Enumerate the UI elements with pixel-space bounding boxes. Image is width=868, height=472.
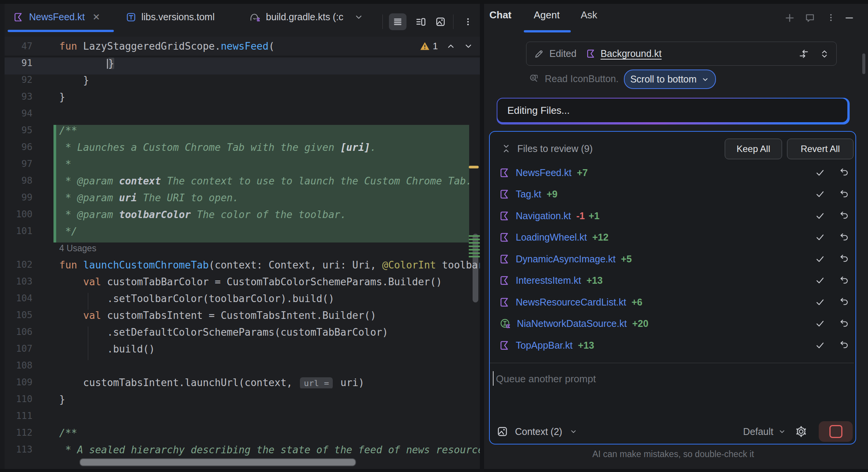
next-problem-icon[interactable] <box>464 42 473 51</box>
line-number[interactable]: 113 <box>5 444 32 455</box>
collapse-icon[interactable] <box>501 144 511 154</box>
file-link[interactable]: NiaNetworkDataSource.kt <box>517 318 627 329</box>
file-link[interactable]: InterestsItem.kt <box>516 275 581 286</box>
code-line[interactable]: 109 customTabsIntent.launchUrl(context, … <box>5 377 480 394</box>
code-line[interactable]: 102fun launchCustomChromeTab(context: Co… <box>5 259 480 276</box>
view-preview-button[interactable] <box>432 13 449 30</box>
tab-build-gradle-kts[interactable]: build.gradle.kts (:c <box>249 4 363 30</box>
tab-chat[interactable]: Chat <box>489 9 512 21</box>
line-number[interactable]: 97 <box>5 158 32 169</box>
line-number[interactable]: 100 <box>5 209 32 220</box>
code-line[interactable]: 110} <box>5 394 480 411</box>
code-line[interactable]: 95/** <box>5 125 480 142</box>
line-number[interactable]: 105 <box>5 310 32 320</box>
keep-all-button[interactable]: Keep All <box>725 139 782 159</box>
revert-file-button[interactable] <box>839 319 849 329</box>
line-number[interactable]: 99 <box>5 192 32 203</box>
keep-file-button[interactable] <box>815 319 825 328</box>
close-icon[interactable]: ✕ <box>92 12 100 23</box>
tab-libs-versions-toml[interactable]: libs.versions.toml <box>126 4 215 30</box>
line-number[interactable]: 104 <box>5 293 32 304</box>
line-number[interactable]: 98 <box>5 175 32 186</box>
code-line[interactable]: 93} <box>5 91 480 108</box>
keep-file-button[interactable] <box>815 276 825 285</box>
stop-button[interactable] <box>819 421 853 442</box>
code-line[interactable]: 108 <box>5 360 480 377</box>
line-number[interactable]: 94 <box>5 108 32 119</box>
line-number[interactable]: 112 <box>5 427 32 438</box>
view-list-button[interactable] <box>389 13 406 30</box>
revert-file-button[interactable] <box>839 189 849 199</box>
code-line[interactable]: 100 * @param toolbarColor The color of t… <box>5 209 480 226</box>
line-number[interactable]: 110 <box>5 394 32 404</box>
editor-options-kebab-icon[interactable] <box>459 13 477 30</box>
code-line[interactable]: 101 */ <box>5 226 480 242</box>
expand-collapse-icon[interactable] <box>819 49 829 59</box>
revert-file-button[interactable] <box>839 211 849 221</box>
editor-chat-splitter[interactable] <box>480 4 484 472</box>
attach-image-icon[interactable] <box>497 426 508 437</box>
code-line[interactable]: 104 .setToolbarColor(toolbarColor).build… <box>5 293 480 310</box>
code-line[interactable]: 107 .build() <box>5 343 480 360</box>
revert-all-button[interactable]: Revert All <box>787 139 853 159</box>
view-split-button[interactable] <box>412 13 429 30</box>
code-line[interactable]: 106 .setDefaultColorSchemeParams(customT… <box>5 327 480 343</box>
code-line[interactable]: 92 } <box>5 74 480 91</box>
code-line[interactable]: 105 val customTabsIntent = CustomTabsInt… <box>5 310 480 327</box>
line-number[interactable]: 106 <box>5 327 32 337</box>
chat-scrollbar[interactable] <box>862 53 865 74</box>
code-line[interactable]: 96 * Launches a Custom Chrome Tab with t… <box>5 142 480 158</box>
sticky-line[interactable]: 47 fun LazyStaggeredGridScope.newsFeed( … <box>5 37 480 57</box>
revert-file-button[interactable] <box>839 297 849 307</box>
revert-file-button[interactable] <box>839 254 849 264</box>
keep-file-button[interactable] <box>815 168 825 178</box>
line-number[interactable]: 95 <box>5 125 32 136</box>
code-line[interactable]: 112/** <box>5 427 480 444</box>
revert-file-button[interactable] <box>839 340 849 350</box>
line-number[interactable]: 96 <box>5 142 32 152</box>
line-number[interactable]: 109 <box>5 377 32 388</box>
model-dropdown[interactable]: Default <box>743 426 786 437</box>
chevron-down-icon[interactable] <box>354 13 363 22</box>
code-line[interactable]: 91 } <box>5 58 480 74</box>
line-number[interactable]: 108 <box>5 360 32 371</box>
tab-agent[interactable]: Agent <box>534 9 560 21</box>
tab-ask[interactable]: Ask <box>581 9 597 21</box>
keep-file-button[interactable] <box>815 254 825 264</box>
line-number[interactable]: 93 <box>5 91 32 102</box>
keep-file-button[interactable] <box>815 189 825 199</box>
edited-file-card[interactable]: Edited Background.kt <box>526 42 837 66</box>
keep-file-button[interactable] <box>815 211 825 221</box>
code-line[interactable]: 94 <box>5 108 480 125</box>
show-diff-icon[interactable] <box>798 48 810 60</box>
new-chat-plus-icon[interactable] <box>784 13 795 23</box>
code-line[interactable]: 97 * <box>5 158 480 175</box>
revert-file-button[interactable] <box>839 233 849 242</box>
file-link[interactable]: DynamicAsyncImage.kt <box>516 254 615 265</box>
chat-history-icon[interactable] <box>805 13 815 23</box>
hide-panel-icon[interactable] <box>844 13 855 23</box>
scroll-to-bottom-button[interactable]: Scroll to bottom <box>624 70 716 89</box>
code-line[interactable]: 99 * @param uri The URI to open. <box>5 192 480 209</box>
line-number[interactable]: 103 <box>5 276 32 287</box>
keep-file-button[interactable] <box>815 341 825 350</box>
keep-file-button[interactable] <box>815 297 825 307</box>
line-number[interactable]: 92 <box>5 74 32 85</box>
tab-newsfeed-kt[interactable]: NewsFeed.kt ✕ <box>14 4 100 30</box>
context-dropdown[interactable]: Context (2) <box>515 426 562 437</box>
warnings-indicator[interactable]: 1 <box>420 41 438 52</box>
file-link[interactable]: NewsResourceCardList.kt <box>516 297 626 308</box>
code-line[interactable]: 98 * @param context The context to use t… <box>5 175 480 192</box>
line-number[interactable]: 111 <box>5 411 32 421</box>
prompt-input[interactable]: Queue another prompt <box>496 372 596 386</box>
file-link[interactable]: TopAppBar.kt <box>516 340 573 351</box>
file-link[interactable]: Navigation.kt <box>516 210 571 221</box>
editor-horizontal-scrollbar[interactable] <box>79 458 356 466</box>
code-line[interactable]: 111 <box>5 411 480 427</box>
settings-gear-icon[interactable] <box>795 425 808 438</box>
revert-file-button[interactable] <box>839 276 849 286</box>
file-link[interactable]: Tag.kt <box>516 189 541 200</box>
edited-file-link[interactable]: Background.kt <box>601 48 662 59</box>
panel-options-kebab-icon[interactable] <box>826 13 836 23</box>
line-number[interactable]: 91 <box>5 58 32 68</box>
